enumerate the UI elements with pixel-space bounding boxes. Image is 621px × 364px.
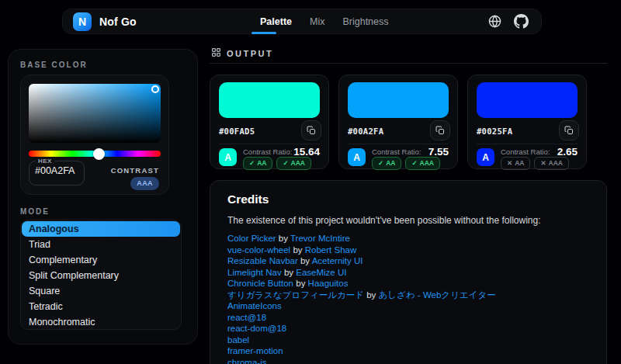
mode-item-triad[interactable]: Triad bbox=[22, 237, 180, 252]
credit-link[interactable]: Resizable Navbar bbox=[227, 256, 298, 265]
tab-palette[interactable]: Palette bbox=[260, 9, 292, 34]
credit-item: Color Picker by Trevor McIntire bbox=[227, 233, 589, 244]
credit-link[interactable]: すりガラスなプロフィールカード bbox=[227, 290, 364, 300]
credit-link[interactable]: vue-color-wheel bbox=[227, 245, 290, 255]
credit-link[interactable]: chroma-js bbox=[227, 358, 266, 364]
mode-label: MODE bbox=[20, 207, 50, 216]
credit-link[interactable]: Color Picker bbox=[227, 234, 276, 243]
contrast-ratio-label: Contrast Ratio: bbox=[501, 147, 550, 156]
credits-title: Credits bbox=[227, 192, 589, 206]
color-picker-card: HEX #00A2FA CONTRAST AAA bbox=[20, 75, 169, 195]
credit-author-link[interactable]: あしざわ - Webクリエイター bbox=[379, 290, 496, 300]
credit-author-link[interactable]: Robert Shaw bbox=[305, 245, 356, 255]
contrast-ratio-value: 2.65 bbox=[557, 146, 578, 158]
credits-list: Color Picker by Trevor McIntire vue-colo… bbox=[227, 233, 589, 364]
contrast-ratio-label: Contrast Ratio: bbox=[243, 147, 292, 156]
color-swatch[interactable] bbox=[348, 82, 449, 118]
nav-tabs: Palette Mix Brightness bbox=[260, 9, 389, 33]
saturation-handle[interactable] bbox=[151, 85, 159, 93]
contrast-ratio-label: Contrast Ratio: bbox=[372, 147, 421, 156]
output-cards: #00FAD5 A Contrast Ratio: AA AAA 15.64 #… bbox=[210, 75, 587, 169]
card-divider bbox=[348, 144, 449, 144]
credit-item: Chronicle Button by Haaguitos bbox=[227, 278, 589, 289]
contrast-letter: A bbox=[224, 152, 231, 163]
tab-mix[interactable]: Mix bbox=[310, 9, 324, 34]
credit-item: chroma-js bbox=[227, 357, 589, 364]
grid-icon bbox=[211, 47, 221, 61]
contrast-ratio-value: 7.55 bbox=[428, 146, 449, 158]
check-icon bbox=[249, 159, 255, 167]
credit-link[interactable]: Chronicle Button bbox=[227, 279, 293, 288]
mode-item-square[interactable]: Square bbox=[22, 283, 180, 299]
aa-badge: AA bbox=[372, 157, 401, 170]
credit-link[interactable]: Limelight Nav bbox=[227, 268, 282, 277]
credit-link[interactable]: AnimateIcons bbox=[227, 301, 282, 310]
app-logo-letter: N bbox=[78, 16, 86, 28]
hex-input-field[interactable]: HEX #00A2FA bbox=[29, 158, 85, 185]
contrast-aaa-badge: AAA bbox=[130, 177, 159, 190]
mode-item-monochromatic[interactable]: Monochromatic bbox=[22, 314, 180, 330]
contrast-letter: A bbox=[482, 152, 489, 163]
copy-button[interactable] bbox=[430, 120, 450, 140]
color-hex-value: #00A2FA bbox=[348, 127, 383, 136]
credit-author-link[interactable]: Trevor McIntire bbox=[290, 234, 350, 243]
credit-author-link[interactable]: Aceternity UI bbox=[312, 256, 363, 265]
aa-badge: AA bbox=[243, 157, 272, 170]
credit-link[interactable]: react@18 bbox=[227, 313, 266, 322]
credits-intro: The existence of this project wouldn't'v… bbox=[227, 215, 589, 226]
mode-item-tetradic[interactable]: Tetradic bbox=[22, 299, 180, 314]
copy-icon bbox=[307, 126, 316, 135]
credit-item: framer-motion bbox=[227, 345, 589, 357]
credit-author-link[interactable]: Haaguitos bbox=[308, 279, 349, 288]
color-swatch[interactable] bbox=[477, 82, 578, 118]
color-card: #0025FA A Contrast Ratio: AA AAA 2.65 bbox=[467, 75, 587, 169]
contrast-letter-tile: A bbox=[477, 148, 494, 166]
hex-input-value[interactable]: #00A2FA bbox=[35, 165, 84, 176]
hex-input-label: HEX bbox=[36, 158, 54, 165]
contrast-letter-tile: A bbox=[348, 148, 366, 166]
credit-item: babel bbox=[227, 335, 589, 346]
color-hex-value: #0025FA bbox=[477, 127, 512, 136]
mode-list: Analogous Triad Complementary Split Comp… bbox=[20, 220, 182, 330]
github-icon[interactable] bbox=[514, 14, 529, 29]
color-swatch[interactable] bbox=[219, 82, 320, 118]
app-title: Nof Go bbox=[99, 16, 137, 28]
credit-item: react@18 bbox=[227, 312, 589, 324]
contrast-letter-tile: A bbox=[219, 148, 237, 166]
mode-item-analogous[interactable]: Analogous bbox=[22, 221, 180, 237]
copy-button[interactable] bbox=[559, 120, 579, 140]
color-card: #00FAD5 A Contrast Ratio: AA AAA 15.64 bbox=[210, 75, 329, 169]
hue-slider[interactable] bbox=[29, 151, 161, 157]
credit-link[interactable]: framer-motion bbox=[227, 346, 283, 355]
contrast-ratio-value: 15.64 bbox=[293, 146, 320, 158]
credit-link[interactable]: react-dom@18 bbox=[227, 324, 286, 333]
credit-link[interactable]: babel bbox=[227, 335, 249, 345]
color-card: #00A2FA A Contrast Ratio: AA AAA 7.55 bbox=[338, 75, 458, 169]
credit-item: vue-color-wheel by Robert Shaw bbox=[227, 244, 589, 256]
aaa-badge: AAA bbox=[405, 157, 440, 170]
credit-item: Resizable Navbar by Aceternity UI bbox=[227, 255, 589, 267]
credit-item: すりガラスなプロフィールカード by あしざわ - Webクリエイター bbox=[227, 289, 589, 301]
mode-item-complementary[interactable]: Complementary bbox=[22, 252, 180, 268]
tab-brightness[interactable]: Brightness bbox=[342, 9, 388, 34]
credits-card: Credits The existence of this project wo… bbox=[210, 180, 607, 364]
credit-author-link[interactable]: EaseMize UI bbox=[296, 268, 346, 277]
x-icon bbox=[540, 159, 546, 167]
card-divider bbox=[477, 144, 578, 144]
sidebar-panel: BASE COLOR HEX #00A2FA CONTRAST AAA MODE… bbox=[8, 49, 198, 345]
saturation-picker[interactable] bbox=[29, 84, 161, 143]
aaa-badge: AAA bbox=[534, 157, 569, 170]
check-icon bbox=[378, 159, 383, 167]
output-header: OUTPUT bbox=[211, 47, 273, 61]
copy-button[interactable] bbox=[301, 120, 321, 140]
mode-item-split-complementary[interactable]: Split Complementary bbox=[22, 268, 180, 283]
aa-badge: AA bbox=[501, 157, 530, 170]
hue-slider-handle[interactable] bbox=[93, 148, 105, 160]
copy-icon bbox=[435, 126, 445, 135]
app-logo[interactable]: N bbox=[73, 12, 92, 31]
navbar: N Nof Go Palette Mix Brightness bbox=[62, 9, 542, 34]
credit-item: react-dom@18 bbox=[227, 323, 589, 335]
globe-icon[interactable] bbox=[488, 15, 501, 28]
check-icon bbox=[283, 159, 288, 167]
output-title: OUTPUT bbox=[227, 49, 273, 58]
